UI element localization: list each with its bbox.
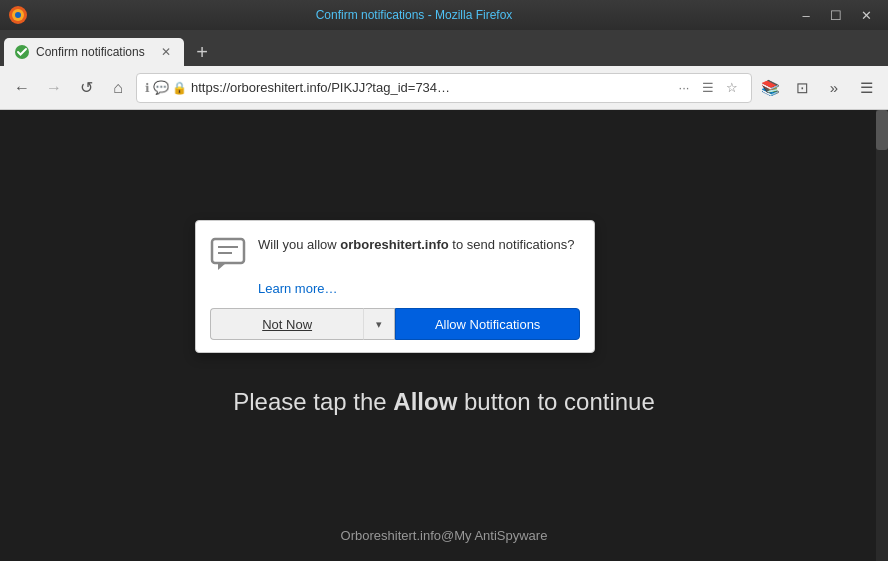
popup-message-start: Will you allow: [258, 237, 340, 252]
allow-notifications-button[interactable]: Allow Notifications: [395, 308, 580, 340]
scrollbar-thumb[interactable]: [876, 110, 888, 150]
not-now-button[interactable]: Not Now: [210, 308, 363, 340]
address-bar[interactable]: ℹ 💬 🔒 https://orboreshitert.info/PIKJJ?t…: [136, 73, 752, 103]
page-message: Please tap the Allow button to continue: [233, 388, 655, 416]
sync-button[interactable]: ⊡: [788, 74, 816, 102]
navbar: ← → ↺ ⌂ ℹ 💬 🔒 https://orboreshitert.info…: [0, 66, 888, 110]
message-suffix: button to continue: [457, 388, 654, 415]
maximize-button[interactable]: ☐: [822, 4, 850, 26]
content-area: Will you allow orboreshitert.info to sen…: [0, 110, 888, 561]
titlebar: Confirm notifications - Mozilla Firefox …: [0, 0, 888, 30]
page-footer: Orboreshitert.info@My AntiSpyware: [341, 528, 548, 543]
pocket-icon[interactable]: ☰: [697, 77, 719, 99]
address-icons: ℹ 💬 🔒: [145, 80, 187, 95]
back-button[interactable]: ←: [8, 74, 36, 102]
close-button[interactable]: ✕: [852, 4, 880, 26]
tabbar: Confirm notifications ✕ +: [0, 30, 888, 66]
popup-text: Will you allow orboreshitert.info to sen…: [258, 235, 574, 255]
reload-button[interactable]: ↺: [72, 74, 100, 102]
bookmark-button[interactable]: ☆: [721, 77, 743, 99]
url-text: https://orboreshitert.info/PIKJJ?tag_id=…: [191, 80, 669, 95]
scrollbar-track[interactable]: [876, 110, 888, 561]
extensions-button[interactable]: »: [820, 74, 848, 102]
chat-small-icon: 💬: [153, 80, 169, 95]
titlebar-controls: – ☐ ✕: [792, 4, 880, 26]
active-tab[interactable]: Confirm notifications ✕: [4, 38, 184, 66]
popup-message-end: to send notifications?: [449, 237, 575, 252]
learn-more-link[interactable]: Learn more…: [258, 281, 580, 296]
firefox-logo-icon: [8, 5, 28, 25]
library-button[interactable]: 📚: [756, 74, 784, 102]
titlebar-left: [8, 5, 36, 25]
lock-icon: 🔒: [172, 81, 187, 95]
address-actions: ··· ☰ ☆: [673, 77, 743, 99]
forward-button[interactable]: →: [40, 74, 68, 102]
tab-label: Confirm notifications: [36, 45, 152, 59]
tab-close-button[interactable]: ✕: [158, 44, 174, 60]
not-now-dropdown-button[interactable]: ▾: [363, 308, 395, 340]
home-button[interactable]: ⌂: [104, 74, 132, 102]
popup-site: orboreshitert.info: [340, 237, 448, 252]
message-prefix: Please tap the: [233, 388, 393, 415]
new-tab-button[interactable]: +: [188, 38, 216, 66]
info-icon: ℹ: [145, 81, 150, 95]
popup-buttons: Not Now ▾ Allow Notifications: [210, 308, 580, 340]
window-title: Confirm notifications - Mozilla Firefox: [36, 8, 792, 22]
message-bold: Allow: [393, 388, 457, 415]
toolbar-right: 📚 ⊡ » ☰: [756, 74, 880, 102]
svg-point-2: [15, 12, 21, 18]
menu-button[interactable]: ☰: [852, 74, 880, 102]
minimize-button[interactable]: –: [792, 4, 820, 26]
popup-header: Will you allow orboreshitert.info to sen…: [210, 235, 580, 273]
more-button[interactable]: ···: [673, 77, 695, 99]
tab-favicon-icon: [14, 44, 30, 60]
notification-chat-icon: [210, 237, 246, 273]
notification-popup: Will you allow orboreshitert.info to sen…: [195, 220, 595, 353]
svg-rect-4: [212, 239, 244, 263]
